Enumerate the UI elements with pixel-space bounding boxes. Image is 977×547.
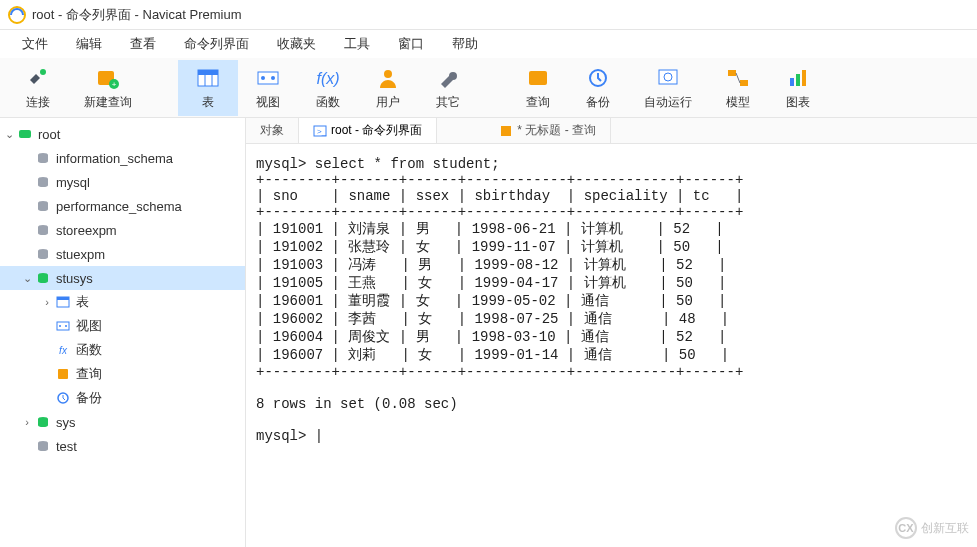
sidebar[interactable]: ⌄ root information_schema mysql performa… <box>0 118 246 547</box>
backup-icon <box>584 64 612 92</box>
database-icon <box>34 149 52 167</box>
watermark-logo-icon: CX <box>895 517 917 539</box>
database-icon <box>34 173 52 191</box>
query-tab-icon <box>499 124 513 138</box>
user-icon <box>374 64 402 92</box>
database-icon <box>34 221 52 239</box>
database-open-icon <box>34 413 52 431</box>
menu-view[interactable]: 查看 <box>116 31 170 57</box>
database-open-icon <box>34 269 52 287</box>
tab-untitled-query[interactable]: * 无标题 - 查询 <box>485 118 611 143</box>
tabbar: 对象 >_ root - 命令列界面 * 无标题 - 查询 <box>246 118 977 144</box>
database-icon <box>34 245 52 263</box>
toolbar-chart[interactable]: 图表 <box>768 60 828 116</box>
menu-help[interactable]: 帮助 <box>438 31 492 57</box>
menu-window[interactable]: 窗口 <box>384 31 438 57</box>
menu-favorites[interactable]: 收藏夹 <box>263 31 330 57</box>
svg-point-33 <box>38 207 48 211</box>
svg-text:+: + <box>112 80 117 89</box>
toolbar-new-query-label: 新建查询 <box>84 94 132 111</box>
db-storeexpm[interactable]: storeexpm <box>0 218 245 242</box>
svg-point-56 <box>38 447 48 451</box>
svg-point-53 <box>38 423 48 427</box>
toolbar-connect[interactable]: 连接 <box>8 60 68 116</box>
conn-root[interactable]: ⌄ root <box>0 122 245 146</box>
toolbar-function-label: 函数 <box>316 94 340 111</box>
svg-point-42 <box>38 279 48 283</box>
conn-root-label: root <box>38 127 60 142</box>
db-performance-schema[interactable]: performance_schema <box>0 194 245 218</box>
db-sys[interactable]: ›sys <box>0 410 245 434</box>
toolbar-model[interactable]: 模型 <box>708 60 768 116</box>
node-views[interactable]: 视图 <box>0 314 245 338</box>
svg-point-39 <box>38 255 48 259</box>
toolbar-table[interactable]: 表 <box>178 60 238 116</box>
db-label: storeexpm <box>56 223 117 238</box>
toolbar-function[interactable]: f(x) 函数 <box>298 60 358 116</box>
toolbar-user[interactable]: 用户 <box>358 60 418 116</box>
toolbar: 连接 + 新建查询 表 视图 f(x) 函数 用户 其它 查询 备份 自动运行 … <box>0 58 977 118</box>
db-mysql[interactable]: mysql <box>0 170 245 194</box>
db-label: information_schema <box>56 151 173 166</box>
db-stuexpm[interactable]: stuexpm <box>0 242 245 266</box>
toolbar-query[interactable]: 查询 <box>508 60 568 116</box>
tab-console[interactable]: >_ root - 命令列界面 <box>299 118 437 143</box>
node-queries[interactable]: 查询 <box>0 362 245 386</box>
chevron-down-icon[interactable]: ⌄ <box>2 128 16 141</box>
db-stusys[interactable]: ⌄stusys <box>0 266 245 290</box>
toolbar-view[interactable]: 视图 <box>238 60 298 116</box>
window-title: root - 命令列界面 - Navicat Premium <box>32 6 241 24</box>
node-tables[interactable]: ›表 <box>0 290 245 314</box>
svg-rect-21 <box>790 78 794 86</box>
chevron-right-icon[interactable]: › <box>40 296 54 308</box>
function-icon: f(x) <box>314 64 342 92</box>
db-label: stusys <box>56 271 93 286</box>
views-icon <box>54 317 72 335</box>
menu-edit[interactable]: 编辑 <box>62 31 116 57</box>
console-icon: >_ <box>313 124 327 138</box>
svg-point-30 <box>38 183 48 187</box>
database-icon <box>34 197 52 215</box>
svg-point-36 <box>38 231 48 235</box>
svg-rect-45 <box>57 322 69 330</box>
toolbar-backup-label: 备份 <box>586 94 610 111</box>
watermark: CX 创新互联 <box>895 517 969 539</box>
toolbar-new-query[interactable]: + 新建查询 <box>68 60 148 116</box>
toolbar-other-label: 其它 <box>436 94 460 111</box>
svg-rect-49 <box>58 369 68 379</box>
tab-objects[interactable]: 对象 <box>246 118 299 143</box>
node-label: 函数 <box>76 341 102 359</box>
view-icon <box>254 64 282 92</box>
svg-text:f(x): f(x) <box>316 70 339 87</box>
new-query-icon: + <box>94 64 122 92</box>
toolbar-connect-label: 连接 <box>26 94 50 111</box>
toolbar-automation[interactable]: 自动运行 <box>628 60 708 116</box>
query-icon <box>524 64 552 92</box>
chart-icon <box>784 64 812 92</box>
svg-rect-23 <box>802 70 806 86</box>
toolbar-other[interactable]: 其它 <box>418 60 478 116</box>
fx-icon: fx <box>54 341 72 359</box>
menu-console[interactable]: 命令列界面 <box>170 31 263 57</box>
node-functions[interactable]: fx函数 <box>0 338 245 362</box>
chevron-right-icon[interactable]: › <box>20 416 34 428</box>
db-information-schema[interactable]: information_schema <box>0 146 245 170</box>
toolbar-user-label: 用户 <box>376 94 400 111</box>
toolbar-automation-label: 自动运行 <box>644 94 692 111</box>
svg-point-1 <box>40 69 46 75</box>
svg-line-20 <box>736 73 740 83</box>
menu-tools[interactable]: 工具 <box>330 31 384 57</box>
db-label: mysql <box>56 175 90 190</box>
chevron-down-icon[interactable]: ⌄ <box>20 272 34 285</box>
svg-point-47 <box>65 325 67 327</box>
menu-file[interactable]: 文件 <box>8 31 62 57</box>
menubar: 文件 编辑 查看 命令列界面 收藏夹 工具 窗口 帮助 <box>0 30 977 58</box>
terminal-output[interactable]: mysql> select * from student; +--------+… <box>246 144 977 547</box>
db-test[interactable]: test <box>0 434 245 458</box>
node-backups[interactable]: 备份 <box>0 386 245 410</box>
toolbar-backup[interactable]: 备份 <box>568 60 628 116</box>
db-label: stuexpm <box>56 247 105 262</box>
svg-point-10 <box>261 76 265 80</box>
connection-icon <box>16 125 34 143</box>
toolbar-chart-label: 图表 <box>786 94 810 111</box>
